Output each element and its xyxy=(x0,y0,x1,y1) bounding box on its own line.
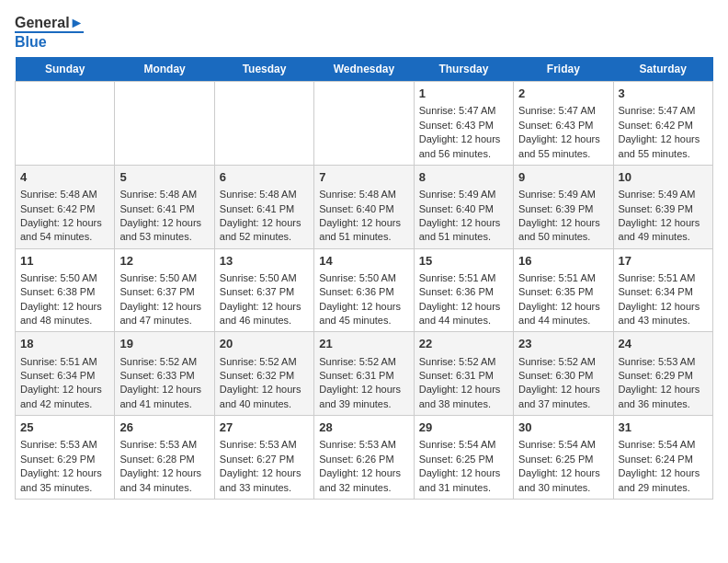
sunset-text: Sunset: 6:43 PM xyxy=(419,120,494,131)
daylight-text: Daylight: 12 hours and 51 minutes. xyxy=(419,217,501,242)
sunset-text: Sunset: 6:27 PM xyxy=(220,454,294,465)
daylight-text: Daylight: 12 hours and 40 minutes. xyxy=(220,384,301,408)
daylight-text: Daylight: 12 hours and 44 minutes. xyxy=(518,301,600,326)
week-row-1: 1 Sunrise: 5:47 AM Sunset: 6:43 PM Dayli… xyxy=(16,82,713,166)
sunset-text: Sunset: 6:32 PM xyxy=(220,370,294,381)
sunrise-text: Sunrise: 5:51 AM xyxy=(419,272,496,283)
daylight-text: Daylight: 12 hours and 38 minutes. xyxy=(419,384,501,408)
calendar-cell: 11 Sunrise: 5:50 AM Sunset: 6:38 PM Dayl… xyxy=(16,248,115,332)
calendar-cell: 21 Sunrise: 5:52 AM Sunset: 6:31 PM Dayl… xyxy=(314,332,414,416)
day-number: 24 xyxy=(619,336,708,352)
daylight-text: Daylight: 12 hours and 42 minutes. xyxy=(20,384,102,408)
daylight-text: Daylight: 12 hours and 36 minutes. xyxy=(619,384,700,408)
calendar-cell: 10 Sunrise: 5:49 AM Sunset: 6:39 PM Dayl… xyxy=(613,165,712,248)
day-number: 8 xyxy=(419,169,508,186)
sunrise-text: Sunrise: 5:48 AM xyxy=(220,189,297,200)
sunset-text: Sunset: 6:30 PM xyxy=(518,370,593,381)
sunrise-text: Sunrise: 5:54 AM xyxy=(619,439,696,450)
calendar-cell: 6 Sunrise: 5:48 AM Sunset: 6:41 PM Dayli… xyxy=(214,165,313,248)
calendar-cell xyxy=(115,82,214,166)
sunrise-text: Sunrise: 5:49 AM xyxy=(619,189,696,200)
day-header-sunday: Sunday xyxy=(16,57,115,82)
sunset-text: Sunset: 6:36 PM xyxy=(419,286,494,297)
header: General► Blue xyxy=(15,15,713,50)
calendar-cell xyxy=(314,82,414,166)
week-row-2: 4 Sunrise: 5:48 AM Sunset: 6:42 PM Dayli… xyxy=(16,165,713,248)
sunrise-text: Sunrise: 5:50 AM xyxy=(319,272,396,283)
calendar-cell: 27 Sunrise: 5:53 AM Sunset: 6:27 PM Dayl… xyxy=(214,416,313,500)
daylight-text: Daylight: 12 hours and 47 minutes. xyxy=(119,301,201,326)
daylight-text: Daylight: 12 hours and 41 minutes. xyxy=(119,384,201,408)
day-header-wednesday: Wednesday xyxy=(314,57,414,82)
day-number: 29 xyxy=(419,419,508,436)
calendar-cell: 16 Sunrise: 5:51 AM Sunset: 6:35 PM Dayl… xyxy=(514,248,613,332)
day-number: 2 xyxy=(518,86,608,102)
calendar-cell: 4 Sunrise: 5:48 AM Sunset: 6:42 PM Dayli… xyxy=(16,165,115,248)
sunrise-text: Sunrise: 5:51 AM xyxy=(518,272,596,283)
calendar-cell: 23 Sunrise: 5:52 AM Sunset: 6:30 PM Dayl… xyxy=(514,332,613,416)
daylight-text: Daylight: 12 hours and 55 minutes. xyxy=(518,133,600,158)
week-row-3: 11 Sunrise: 5:50 AM Sunset: 6:38 PM Dayl… xyxy=(16,248,713,332)
calendar-cell: 9 Sunrise: 5:49 AM Sunset: 6:39 PM Dayli… xyxy=(514,165,613,248)
day-header-thursday: Thursday xyxy=(414,57,513,82)
daylight-text: Daylight: 12 hours and 53 minutes. xyxy=(119,217,201,242)
calendar-cell xyxy=(214,82,313,166)
sunset-text: Sunset: 6:43 PM xyxy=(518,120,593,131)
daylight-text: Daylight: 12 hours and 50 minutes. xyxy=(518,217,600,242)
daylight-text: Daylight: 12 hours and 33 minutes. xyxy=(220,467,301,492)
calendar-cell: 29 Sunrise: 5:54 AM Sunset: 6:25 PM Dayl… xyxy=(414,416,513,500)
daylight-text: Daylight: 12 hours and 55 minutes. xyxy=(619,133,700,158)
calendar-cell: 7 Sunrise: 5:48 AM Sunset: 6:40 PM Dayli… xyxy=(314,165,414,248)
day-number: 15 xyxy=(419,253,508,270)
day-number: 7 xyxy=(319,169,408,186)
day-number: 17 xyxy=(619,253,708,270)
calendar-cell: 22 Sunrise: 5:52 AM Sunset: 6:31 PM Dayl… xyxy=(414,332,513,416)
sunset-text: Sunset: 6:39 PM xyxy=(619,203,693,214)
daylight-text: Daylight: 12 hours and 37 minutes. xyxy=(518,384,600,408)
sunset-text: Sunset: 6:37 PM xyxy=(119,286,194,297)
sunrise-text: Sunrise: 5:53 AM xyxy=(220,439,297,450)
day-number: 12 xyxy=(119,253,209,270)
daylight-text: Daylight: 12 hours and 45 minutes. xyxy=(319,301,401,326)
day-header-tuesday: Tuesday xyxy=(214,57,313,82)
daylight-text: Daylight: 12 hours and 56 minutes. xyxy=(419,133,501,158)
daylight-text: Daylight: 12 hours and 35 minutes. xyxy=(20,467,102,492)
calendar-cell: 3 Sunrise: 5:47 AM Sunset: 6:42 PM Dayli… xyxy=(613,82,712,166)
sunrise-text: Sunrise: 5:48 AM xyxy=(20,189,97,200)
sunset-text: Sunset: 6:29 PM xyxy=(619,370,693,381)
sunset-text: Sunset: 6:39 PM xyxy=(518,203,593,214)
day-number: 26 xyxy=(119,419,209,436)
day-number: 3 xyxy=(619,86,708,102)
calendar-cell: 25 Sunrise: 5:53 AM Sunset: 6:29 PM Dayl… xyxy=(16,416,115,500)
daylight-text: Daylight: 12 hours and 54 minutes. xyxy=(20,217,102,242)
day-number: 31 xyxy=(619,419,708,436)
sunrise-text: Sunrise: 5:47 AM xyxy=(518,105,596,116)
calendar-cell: 30 Sunrise: 5:54 AM Sunset: 6:25 PM Dayl… xyxy=(514,416,613,500)
week-row-4: 18 Sunrise: 5:51 AM Sunset: 6:34 PM Dayl… xyxy=(16,332,713,416)
header-row: SundayMondayTuesdayWednesdayThursdayFrid… xyxy=(16,57,713,82)
sunset-text: Sunset: 6:33 PM xyxy=(119,370,194,381)
sunrise-text: Sunrise: 5:52 AM xyxy=(319,356,396,367)
calendar-cell: 12 Sunrise: 5:50 AM Sunset: 6:37 PM Dayl… xyxy=(115,248,214,332)
sunset-text: Sunset: 6:41 PM xyxy=(119,203,194,214)
sunrise-text: Sunrise: 5:53 AM xyxy=(619,356,696,367)
sunrise-text: Sunrise: 5:50 AM xyxy=(119,272,197,283)
sunset-text: Sunset: 6:38 PM xyxy=(20,286,95,297)
day-number: 28 xyxy=(319,419,408,436)
sunset-text: Sunset: 6:41 PM xyxy=(220,203,294,214)
sunset-text: Sunset: 6:34 PM xyxy=(619,286,693,297)
day-number: 21 xyxy=(319,336,408,352)
calendar-cell: 24 Sunrise: 5:53 AM Sunset: 6:29 PM Dayl… xyxy=(613,332,712,416)
sunset-text: Sunset: 6:31 PM xyxy=(319,370,393,381)
calendar-cell: 31 Sunrise: 5:54 AM Sunset: 6:24 PM Dayl… xyxy=(613,416,712,500)
sunset-text: Sunset: 6:25 PM xyxy=(419,454,494,465)
sunset-text: Sunset: 6:40 PM xyxy=(419,203,494,214)
daylight-text: Daylight: 12 hours and 34 minutes. xyxy=(119,467,201,492)
daylight-text: Daylight: 12 hours and 31 minutes. xyxy=(419,467,501,492)
logo: General► Blue xyxy=(15,15,84,50)
sunrise-text: Sunrise: 5:52 AM xyxy=(419,356,496,367)
sunrise-text: Sunrise: 5:54 AM xyxy=(518,439,596,450)
sunset-text: Sunset: 6:36 PM xyxy=(319,286,393,297)
calendar-cell: 5 Sunrise: 5:48 AM Sunset: 6:41 PM Dayli… xyxy=(115,165,214,248)
calendar-cell: 14 Sunrise: 5:50 AM Sunset: 6:36 PM Dayl… xyxy=(314,248,414,332)
